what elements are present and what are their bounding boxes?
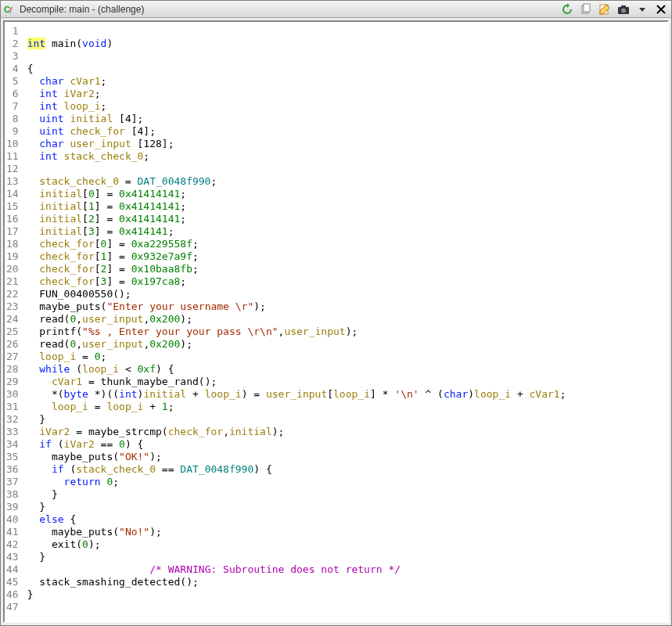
line-number: 22 xyxy=(6,288,19,300)
svg-point-7 xyxy=(621,8,626,13)
line-number: 45 xyxy=(6,576,19,588)
copy-icon[interactable] xyxy=(579,2,593,16)
line-number: 2 xyxy=(6,38,19,50)
line-number: 9 xyxy=(6,125,19,138)
line-number: 12 xyxy=(6,163,19,175)
line-number: 34 xyxy=(6,438,19,451)
line-number: 18 xyxy=(6,238,19,250)
titlebar-toolbar xyxy=(560,2,668,16)
line-number: 39 xyxy=(6,501,19,513)
line-number: 26 xyxy=(6,338,19,351)
line-number: 36 xyxy=(6,463,19,476)
line-number: 15 xyxy=(6,200,19,213)
line-number: 30 xyxy=(6,388,19,401)
line-number: 27 xyxy=(6,351,19,363)
line-number: 10 xyxy=(6,138,19,150)
line-number: 3 xyxy=(6,50,19,63)
line-number: 44 xyxy=(6,563,19,576)
line-number: 8 xyxy=(6,113,19,125)
line-number: 16 xyxy=(6,213,19,225)
edit-icon[interactable] xyxy=(598,2,612,16)
line-number: 11 xyxy=(6,150,19,163)
line-number: 5 xyxy=(6,75,19,88)
line-number: 13 xyxy=(6,175,19,188)
line-number: 31 xyxy=(6,401,19,413)
line-number: 24 xyxy=(6,313,19,326)
line-number: 38 xyxy=(6,488,19,501)
line-number: 28 xyxy=(6,363,19,376)
svg-rect-3 xyxy=(584,4,590,12)
line-number: 21 xyxy=(6,275,19,288)
line-number: 37 xyxy=(6,476,19,488)
line-number: 6 xyxy=(6,88,19,100)
line-number: 23 xyxy=(6,300,19,313)
snapshot-icon[interactable] xyxy=(616,2,631,16)
line-number: 46 xyxy=(6,588,19,601)
line-number: 25 xyxy=(6,326,19,338)
line-number: 40 xyxy=(6,513,19,526)
decompiled-code[interactable]: int main(void){char cVar1;int iVar2;int … xyxy=(23,22,667,621)
menu-dropdown-icon[interactable] xyxy=(635,2,649,16)
line-number: 42 xyxy=(6,538,19,551)
line-number-gutter: 1234567891011121314151617181920212223242… xyxy=(5,22,23,621)
close-icon[interactable] xyxy=(654,2,668,16)
line-number: 33 xyxy=(6,426,19,438)
decompile-window: Cf Decompile: main - (challenge) xyxy=(0,0,672,626)
line-number: 19 xyxy=(6,250,19,263)
line-number: 17 xyxy=(6,225,19,238)
line-number: 14 xyxy=(6,188,19,200)
line-number: 4 xyxy=(6,63,19,75)
line-number: 32 xyxy=(6,413,19,426)
line-number: 29 xyxy=(6,376,19,388)
line-number: 1 xyxy=(6,25,19,38)
line-number: 20 xyxy=(6,263,19,275)
line-number: 7 xyxy=(6,100,19,113)
line-number: 43 xyxy=(6,551,19,563)
line-number: 47 xyxy=(6,601,19,613)
titlebar: Cf Decompile: main - (challenge) xyxy=(1,1,671,18)
svg-rect-6 xyxy=(621,5,626,8)
svg-text:f: f xyxy=(9,5,13,15)
editor-area: 1234567891011121314151617181920212223242… xyxy=(3,20,669,623)
refresh-icon[interactable] xyxy=(560,2,574,16)
window-title: Decompile: main - (challenge) xyxy=(20,4,560,15)
line-number: 35 xyxy=(6,451,19,463)
line-number: 41 xyxy=(6,526,19,538)
app-icon: Cf xyxy=(4,3,16,16)
